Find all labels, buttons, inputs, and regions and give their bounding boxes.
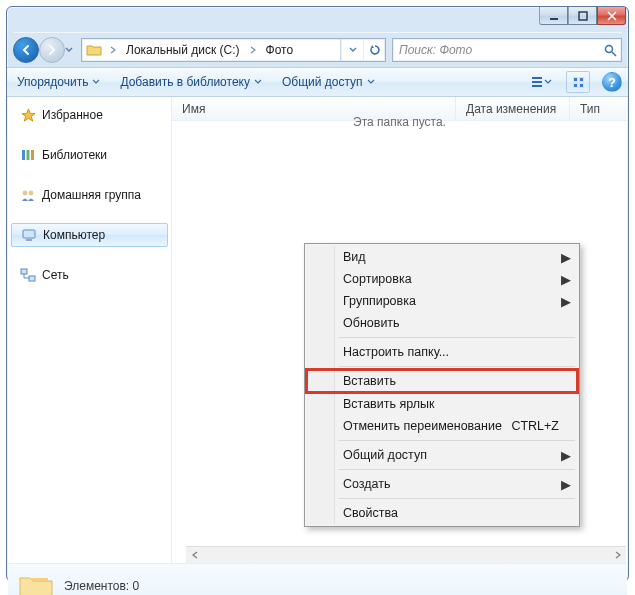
svg-rect-4 <box>27 150 30 160</box>
ctx-label-view: Вид <box>343 250 366 264</box>
svg-rect-11 <box>29 276 35 281</box>
ctx-item-group[interactable]: Группировка ▶ <box>307 290 577 312</box>
ctx-separator <box>339 469 575 470</box>
sidebar-label-libraries: Библиотеки <box>42 148 107 162</box>
sidebar-label-computer: Компьютер <box>43 228 105 242</box>
sidebar-item-computer[interactable]: Компьютер <box>11 223 168 247</box>
submenu-arrow-icon: ▶ <box>561 448 571 463</box>
back-button[interactable] <box>13 37 39 63</box>
view-button[interactable] <box>530 71 554 93</box>
breadcrumb-folder[interactable]: Фото <box>260 39 300 61</box>
share-button[interactable]: Общий доступ <box>278 72 379 92</box>
svg-rect-10 <box>21 269 27 274</box>
scroll-right-button[interactable] <box>609 547 626 563</box>
organize-button[interactable]: Упорядочить <box>13 72 104 92</box>
ctx-item-paste-shortcut[interactable]: Вставить ярлык <box>307 393 577 415</box>
homegroup-icon <box>20 187 36 203</box>
ctx-label-new: Создать <box>343 477 391 491</box>
ctx-separator <box>339 337 575 338</box>
ctx-label-refresh: Обновить <box>343 316 400 330</box>
sidebar-label-homegroup: Домашняя группа <box>42 188 141 202</box>
status-text: Элементов: 0 <box>64 579 139 593</box>
maximize-button[interactable] <box>568 7 597 25</box>
ctx-item-share[interactable]: Общий доступ ▶ <box>307 444 577 466</box>
sidebar-label-favorites: Избранное <box>42 108 103 122</box>
sidebar-item-network[interactable]: Сеть <box>8 263 171 287</box>
computer-icon <box>21 227 37 243</box>
submenu-arrow-icon: ▶ <box>561 294 571 309</box>
submenu-arrow-icon: ▶ <box>561 250 571 265</box>
refresh-button[interactable] <box>363 39 385 61</box>
ctx-label-paste-shortcut: Вставить ярлык <box>343 397 435 411</box>
sidebar-label-network: Сеть <box>42 268 69 282</box>
favorites-icon <box>20 107 36 123</box>
ctx-label-undo: Отменить переименование <box>343 419 502 433</box>
svg-rect-5 <box>31 150 34 160</box>
share-label: Общий доступ <box>282 75 363 89</box>
submenu-arrow-icon: ▶ <box>561 272 571 287</box>
empty-folder-message: Эта папка пуста. <box>172 115 627 129</box>
titlebar[interactable] <box>7 7 628 33</box>
ctx-item-refresh[interactable]: Обновить <box>307 312 577 334</box>
help-button[interactable]: ? <box>602 72 622 92</box>
ctx-item-paste[interactable]: Вставить <box>307 370 577 392</box>
preview-pane-button[interactable] <box>566 71 590 93</box>
ctx-item-customize[interactable]: Настроить папку... <box>307 341 577 363</box>
svg-rect-0 <box>550 18 558 20</box>
close-button[interactable] <box>597 7 626 25</box>
breadcrumb-drive[interactable]: Локальный диск (C:) <box>120 39 246 61</box>
search-box[interactable] <box>392 38 622 62</box>
add-to-library-button[interactable]: Добавить в библиотеку <box>116 72 266 92</box>
submenu-arrow-icon: ▶ <box>561 477 571 492</box>
breadcrumb-sep-icon[interactable] <box>246 39 260 61</box>
svg-rect-1 <box>579 12 587 20</box>
search-icon[interactable] <box>599 44 621 57</box>
nav-row: Локальный диск (C:) Фото <box>7 33 628 67</box>
sidebar-item-homegroup[interactable]: Домашняя группа <box>8 183 171 207</box>
organize-label: Упорядочить <box>17 75 88 89</box>
ctx-separator <box>339 366 575 367</box>
nav-pane[interactable]: Избранное Библиотеки Домашняя группа <box>8 97 172 563</box>
scroll-left-button[interactable] <box>186 547 203 563</box>
ctx-item-new[interactable]: Создать ▶ <box>307 473 577 495</box>
ctx-item-sort[interactable]: Сортировка ▶ <box>307 268 577 290</box>
ctx-item-undo-rename[interactable]: Отменить переименование CTRL+Z <box>307 415 577 437</box>
sidebar-item-favorites[interactable]: Избранное <box>8 103 171 127</box>
libraries-icon <box>20 147 36 163</box>
address-history-dropdown[interactable] <box>341 39 363 61</box>
forward-button[interactable] <box>39 37 65 63</box>
ctx-label-properties: Свойства <box>343 506 398 520</box>
search-input[interactable] <box>393 43 599 57</box>
ctx-separator <box>339 440 575 441</box>
svg-rect-8 <box>23 230 35 238</box>
breadcrumb-sep-icon[interactable] <box>106 39 120 61</box>
ctx-label-group: Группировка <box>343 294 416 308</box>
add-to-library-label: Добавить в библиотеку <box>120 75 250 89</box>
svg-point-7 <box>29 191 34 196</box>
horizontal-scrollbar[interactable] <box>186 546 626 563</box>
minimize-button[interactable] <box>539 7 568 25</box>
ctx-item-view[interactable]: Вид ▶ <box>307 246 577 268</box>
network-icon <box>20 267 36 283</box>
ctx-label-paste: Вставить <box>343 374 396 388</box>
command-bar: Упорядочить Добавить в библиотеку Общий … <box>7 67 628 97</box>
ctx-item-properties[interactable]: Свойства <box>307 502 577 524</box>
svg-point-2 <box>605 45 612 52</box>
ctx-label-share: Общий доступ <box>343 448 427 462</box>
context-menu[interactable]: Вид ▶ Сортировка ▶ Группировка ▶ Обновит… <box>304 243 580 527</box>
sidebar-item-libraries[interactable]: Библиотеки <box>8 143 171 167</box>
svg-point-6 <box>23 191 28 196</box>
ctx-label-customize: Настроить папку... <box>343 345 449 359</box>
ctx-separator <box>339 498 575 499</box>
status-bar: Элементов: 0 <box>8 563 627 595</box>
svg-rect-3 <box>22 150 25 160</box>
ctx-label-sort: Сортировка <box>343 272 412 286</box>
ctx-shortcut-undo: CTRL+Z <box>511 419 559 433</box>
svg-rect-9 <box>26 239 32 241</box>
address-bar[interactable]: Локальный диск (C:) Фото <box>81 38 386 62</box>
folder-icon <box>84 40 104 60</box>
status-folder-icon <box>18 570 54 596</box>
nav-history-dropdown[interactable] <box>63 39 75 61</box>
